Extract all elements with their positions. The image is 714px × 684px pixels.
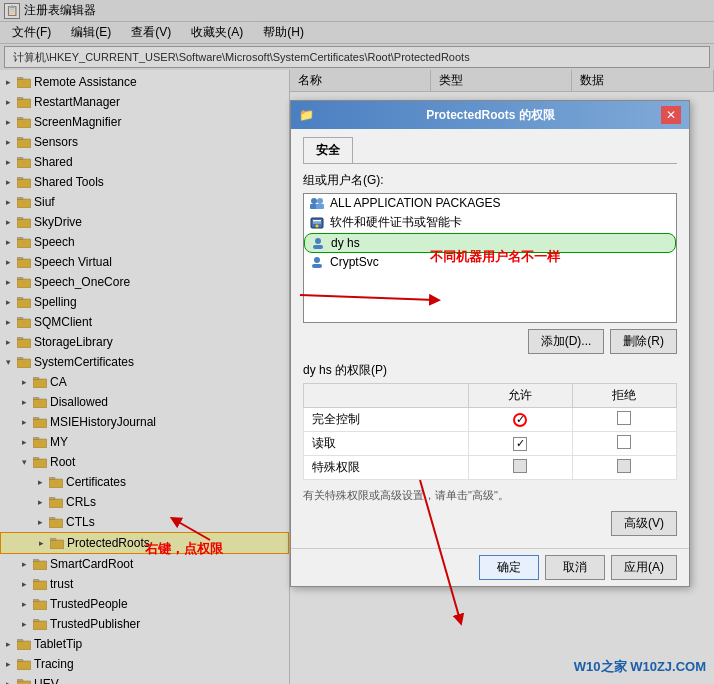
svg-point-65 — [317, 198, 323, 204]
user-icon-software-certs — [310, 216, 326, 230]
perm-row-0: 完全控制 — [304, 408, 677, 432]
cancel-button[interactable]: 取消 — [545, 555, 605, 580]
allow-checkbox-1[interactable] — [513, 437, 527, 451]
user-icon-all-packages — [310, 196, 326, 210]
apply-button[interactable]: 应用(A) — [611, 555, 677, 580]
allow-checkbox-0[interactable] — [513, 413, 527, 427]
deny-checkbox-2[interactable] — [617, 459, 631, 473]
user-label-software-certs: 软件和硬件证书或智能卡 — [330, 214, 462, 231]
dialog-close-button[interactable]: ✕ — [661, 106, 681, 124]
deny-cell-2[interactable] — [572, 456, 676, 480]
svg-point-72 — [315, 238, 321, 244]
tab-security[interactable]: 安全 — [303, 137, 353, 163]
perm-table: 允许 拒绝 完全控制 读取 特殊权限 — [303, 383, 677, 480]
user-label-dy-hs: dy hs — [331, 236, 360, 250]
user-item-cryptsvc[interactable]: CryptSvc — [304, 253, 676, 271]
svg-rect-70 — [313, 222, 321, 223]
perm-col-name — [304, 384, 469, 408]
perm-name-0: 完全控制 — [304, 408, 469, 432]
user-icon-cryptsvc — [310, 255, 326, 269]
advanced-button[interactable]: 高级(V) — [611, 511, 677, 536]
perm-row-2: 特殊权限 — [304, 456, 677, 480]
user-icon-dy-hs — [311, 236, 327, 250]
deny-cell-1[interactable] — [572, 432, 676, 456]
allow-checkbox-2[interactable] — [513, 459, 527, 473]
dialog-folder-icon: 📁 — [299, 108, 314, 122]
perm-name-2: 特殊权限 — [304, 456, 469, 480]
allow-cell-2[interactable] — [468, 456, 572, 480]
user-label-cryptsvc: CryptSvc — [330, 255, 379, 269]
watermark: W10之家 W10ZJ.COM — [574, 658, 706, 676]
allow-cell-1[interactable] — [468, 432, 572, 456]
perm-name-1: 读取 — [304, 432, 469, 456]
svg-point-74 — [314, 257, 320, 263]
dialog-note: 有关特殊权限或高级设置，请单击"高级"。 — [303, 488, 677, 503]
perm-col-allow: 允许 — [468, 384, 572, 408]
ok-button[interactable]: 确定 — [479, 555, 539, 580]
deny-checkbox-0[interactable] — [617, 411, 631, 425]
perm-label: dy hs 的权限(P) — [303, 362, 677, 379]
dialog-tabs: 安全 — [303, 137, 677, 164]
user-list-box[interactable]: ALL APPLICATION PACKAGES软件和硬件证书或智能卡dy hs… — [303, 193, 677, 323]
allow-cell-0[interactable] — [468, 408, 572, 432]
group-label: 组或用户名(G): — [303, 172, 677, 189]
dialog-body: 安全 组或用户名(G): ALL APPLICATION PACKAGES软件和… — [291, 129, 689, 548]
perm-row-1: 读取 — [304, 432, 677, 456]
deny-cell-0[interactable] — [572, 408, 676, 432]
dialog-title-bar: 📁 ProtectedRoots 的权限 ✕ — [291, 101, 689, 129]
svg-point-71 — [316, 224, 319, 227]
user-label-all-packages: ALL APPLICATION PACKAGES — [330, 196, 501, 210]
user-item-software-certs[interactable]: 软件和硬件证书或智能卡 — [304, 212, 676, 233]
svg-rect-69 — [313, 220, 321, 222]
perm-col-deny: 拒绝 — [572, 384, 676, 408]
dialog-overlay: 📁 ProtectedRoots 的权限 ✕ 安全 组或用户名(G): ALL … — [0, 0, 714, 684]
add-user-button[interactable]: 添加(D)... — [528, 329, 605, 354]
svg-rect-73 — [313, 245, 323, 249]
svg-rect-75 — [312, 264, 322, 268]
remove-user-button[interactable]: 删除(R) — [610, 329, 677, 354]
user-btn-row: 添加(D)... 删除(R) — [303, 329, 677, 354]
svg-rect-67 — [316, 204, 324, 209]
permissions-dialog: 📁 ProtectedRoots 的权限 ✕ 安全 组或用户名(G): ALL … — [290, 100, 690, 587]
user-item-dy-hs[interactable]: dy hs — [304, 233, 676, 253]
deny-checkbox-1[interactable] — [617, 435, 631, 449]
dialog-title: ProtectedRoots 的权限 — [426, 107, 555, 124]
dialog-footer: 确定 取消 应用(A) — [291, 548, 689, 586]
user-item-all-packages[interactable]: ALL APPLICATION PACKAGES — [304, 194, 676, 212]
svg-point-64 — [311, 198, 317, 204]
